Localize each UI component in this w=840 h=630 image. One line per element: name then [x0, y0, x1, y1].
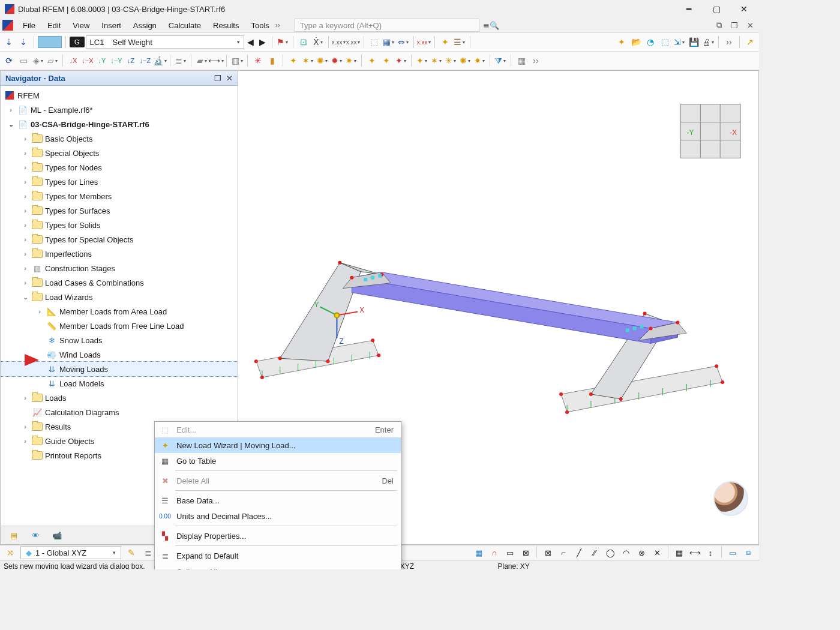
circle-icon[interactable]: ◯ [603, 546, 617, 559]
refresh-icon[interactable]: ⟳ [2, 54, 16, 67]
axis-z-icon[interactable]: ↓Z [124, 54, 137, 67]
star4-icon[interactable]: ✹ [330, 54, 343, 67]
diag-icon[interactable]: ⊠ [518, 546, 533, 559]
line-icon[interactable]: ╱ [572, 546, 586, 559]
navigator-dock-icon[interactable]: ❐ [214, 74, 221, 83]
box-iso-icon[interactable]: ◈ [31, 54, 44, 67]
snap-icon[interactable]: ⊡ [297, 35, 310, 49]
starH-icon[interactable]: ✷ [473, 54, 486, 67]
far-supports-icon[interactable]: ⇣ [17, 35, 30, 49]
menu-overflow-icon[interactable]: ›› [275, 21, 287, 29]
fe-surf-icon[interactable]: ▮ [266, 54, 279, 67]
overflow-icon[interactable]: ›› [722, 35, 736, 49]
nav-tab-display-icon[interactable]: 👁 [29, 529, 41, 541]
close-button[interactable]: ✕ [730, 0, 758, 18]
tree-wizard-item[interactable]: ⇊Load Models [1, 376, 238, 391]
ctx-go-to-table[interactable]: ▦ Go to Table [155, 453, 401, 469]
color-swatch[interactable] [38, 36, 62, 48]
new-model-icon[interactable]: ✦ [615, 35, 628, 49]
starC-icon[interactable]: ✦ [394, 54, 407, 67]
menu-tools[interactable]: Tools [245, 19, 275, 32]
tree-folder[interactable]: ›Types for Special Objects [1, 232, 238, 247]
tree-folder[interactable]: ›Loads [1, 391, 238, 405]
starB-icon[interactable]: ✦ [380, 54, 393, 67]
rect-icon[interactable]: ▭ [503, 546, 517, 559]
starE-icon[interactable]: ✶ [430, 54, 443, 67]
axis-nz-icon[interactable]: ↓−Z [139, 54, 152, 67]
dimension-icon[interactable]: ⟷ [209, 54, 223, 67]
perp-icon[interactable]: ⌐ [556, 546, 571, 559]
xx-label-icon[interactable]: Ẋ [311, 35, 325, 49]
ctx-expand[interactable]: ≣ Expand to Default [155, 548, 401, 563]
nav-tab-data-icon[interactable]: ▤ [8, 529, 20, 541]
cs-toggle-icon[interactable]: ⤭ [4, 546, 17, 559]
restore-down-icon[interactable]: ❐ [729, 20, 740, 31]
navigator-close-icon[interactable]: ✕ [226, 74, 233, 83]
visibility-icon[interactable]: ▥ [230, 54, 244, 67]
prev-load-icon[interactable]: ◀ [245, 35, 256, 49]
close-child-icon[interactable]: ✕ [745, 20, 755, 31]
print-icon[interactable]: 🖨 [701, 35, 715, 49]
cloud-icon[interactable]: ◔ [644, 35, 657, 49]
nav-tab-views-icon[interactable]: 📹 [51, 529, 63, 541]
ctx-new-wizard[interactable]: ✦ New Load Wizard | Moving Load... [155, 437, 401, 453]
snap-grid-icon[interactable]: ▦ [472, 546, 486, 559]
new-view-icon[interactable]: ✦ [439, 35, 452, 49]
mid-icon[interactable]: ⁄⁄ [587, 546, 602, 559]
axis-x-icon[interactable]: ↓X [67, 54, 80, 67]
tree-wizard-item[interactable]: ❄Snow Loads [1, 333, 238, 347]
block-manager-icon[interactable]: ⬚ [658, 35, 671, 49]
star1-icon[interactable]: ✦ [287, 54, 300, 67]
star2-icon[interactable]: ✶ [301, 54, 314, 67]
osnap-icon[interactable]: ∩ [487, 546, 502, 559]
menu-view[interactable]: View [67, 19, 95, 32]
box-persp-icon[interactable]: ▱ [46, 54, 59, 67]
tan-icon[interactable]: ⊗ [634, 546, 649, 559]
dim-hxx-icon[interactable]: x.xx [347, 35, 360, 49]
tree-wizard-item[interactable]: 📏Member Loads from Free Line Load [1, 319, 238, 333]
tree-folder[interactable]: ›Special Objects [1, 146, 238, 160]
search-launch-icon[interactable]: ≣🔍 [483, 21, 499, 30]
endpoint-icon[interactable]: ⊠ [541, 546, 555, 559]
table-icon[interactable]: ▦ [515, 54, 528, 67]
window-layout-icon[interactable]: ⧉ [713, 20, 724, 31]
tree-folder[interactable]: ›Types for Surfaces [1, 203, 238, 218]
axis-nx-icon[interactable]: ↓−X [81, 54, 94, 67]
tree-file-1[interactable]: › 📄 ML - Example.rf6* [1, 103, 238, 117]
axis-y-icon[interactable]: ↓Y [95, 54, 109, 67]
numbered-dim-icon[interactable]: ⇔ [397, 35, 410, 49]
star3-icon[interactable]: ✺ [316, 54, 329, 67]
minimize-button[interactable]: ━ [675, 0, 703, 18]
tree-root[interactable]: RFEM [1, 88, 238, 103]
grid-show-icon[interactable]: ▦ [672, 546, 686, 559]
dim-xx-icon[interactable]: x.xx [332, 35, 346, 49]
tree-folder[interactable]: ›Load Cases & Combinations [1, 275, 238, 290]
ctx-base-data[interactable]: ☰ Base Data... [155, 493, 401, 508]
menu-results[interactable]: Results [207, 19, 245, 32]
pointer-red-icon[interactable]: x.xx [418, 35, 431, 49]
tree-wizard-item[interactable]: ›📐Member Loads from Area Load [1, 304, 238, 319]
load-case-combo[interactable]: LC1 Self Weight ▾ [86, 35, 244, 49]
near-supports-icon[interactable]: ⇣ [2, 35, 16, 49]
nodes-group-icon[interactable]: ☰ [453, 35, 466, 49]
menu-calculate[interactable]: Calculate [163, 19, 207, 32]
ctx-display-props[interactable]: ▚ Display Properties... [155, 528, 401, 544]
microscope-icon[interactable]: 🔬 [153, 54, 166, 67]
open-icon[interactable]: 📂 [629, 35, 643, 49]
surface-plane-icon[interactable]: ▰ [195, 54, 208, 67]
ctx-collapse[interactable]: ≡ Collapse All [155, 563, 401, 569]
coord-system-combo[interactable]: ◆ 1 - Global XYZ ▾ [20, 546, 121, 559]
select-arrow-icon[interactable]: ↗ [743, 35, 757, 49]
search-input[interactable]: Type a keyword (Alt+Q) [295, 19, 479, 32]
grid-plane-icon[interactable]: ▦ [382, 35, 395, 49]
cs-list-icon[interactable]: ≣ [142, 546, 155, 559]
guide-v-icon[interactable]: ↕ [703, 546, 718, 559]
layer-icon[interactable]: ⧈ [741, 546, 755, 559]
cross-icon[interactable]: ✕ [650, 546, 664, 559]
tree-folder[interactable]: ⌄Load Wizards [1, 290, 238, 304]
filter-icon[interactable]: ⧩ [494, 54, 507, 67]
maximize-button[interactable]: ▢ [703, 0, 730, 18]
star5-icon[interactable]: ✷ [344, 54, 358, 67]
menu-assign[interactable]: Assign [127, 19, 163, 32]
next-load-icon[interactable]: ▶ [257, 35, 268, 49]
